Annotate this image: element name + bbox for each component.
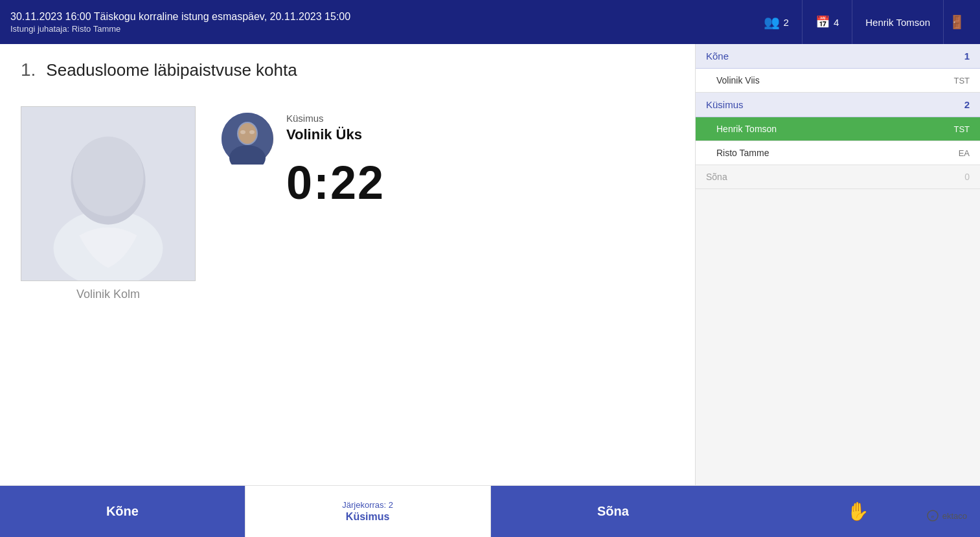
svg-text:e: e bbox=[931, 514, 934, 520]
sona-label: Sõna bbox=[706, 172, 727, 182]
sidebar-kysimus-header: Küsimus 2 bbox=[696, 93, 980, 117]
timer-display: 0:22 bbox=[286, 156, 385, 209]
exit-button[interactable]: 🚪 bbox=[943, 0, 970, 44]
agenda-number: 1. bbox=[21, 60, 36, 80]
sona-btn-label: Sõna bbox=[597, 504, 629, 519]
item-tag-henrik: TST bbox=[953, 124, 970, 134]
item-name-henrik: Henrik Tomson bbox=[716, 124, 777, 134]
item-tag-volinik-viis: TST bbox=[953, 76, 970, 86]
speaker-photo-box: Volinik Kolm bbox=[21, 106, 196, 301]
kone-label: Kõne bbox=[706, 51, 729, 62]
header-right: 👥 2 📅 4 Henrik Tomson 🚪 bbox=[751, 0, 970, 44]
svg-point-8 bbox=[240, 130, 245, 134]
speaker-details: Küsimus Volinik Üks 0:22 bbox=[286, 113, 385, 209]
username-label: Henrik Tomson bbox=[865, 17, 930, 28]
bottom-bar: Kõne Järjekorras: 2 Küsimus Sõna ✋ e ekt… bbox=[0, 485, 980, 537]
ektaco-text: ektaco bbox=[942, 511, 967, 521]
agenda-title: Seadusloome läbipaistvuse kohta bbox=[46, 60, 297, 80]
kysimus-label: Küsimus bbox=[706, 99, 744, 110]
kysimus-btn-label: Küsimus bbox=[346, 511, 390, 523]
item-tag-risto: EA bbox=[959, 148, 970, 158]
user-menu[interactable]: Henrik Tomson bbox=[852, 0, 943, 44]
kysimus-button[interactable]: Järjekorras: 2 Küsimus bbox=[245, 486, 491, 538]
header-left: 30.11.2023 16:00 Täiskogu korraline istu… bbox=[10, 11, 350, 34]
ektaco-brand: e ektaco bbox=[927, 510, 967, 521]
speaker-section: Volinik Kolm bbox=[21, 106, 674, 301]
calendar-count: 4 bbox=[834, 17, 839, 28]
speaker-type-label: Küsimus bbox=[286, 113, 385, 124]
ektaco-logo-icon: e bbox=[927, 510, 939, 521]
people-button[interactable]: 👥 2 bbox=[751, 0, 802, 44]
sona-count: 0 bbox=[964, 172, 970, 182]
active-speaker-name: Volinik Üks bbox=[286, 126, 385, 143]
people-count: 2 bbox=[784, 17, 789, 28]
kysimus-count: 2 bbox=[964, 99, 970, 110]
svg-point-9 bbox=[249, 130, 255, 134]
item-name-volinik-viis: Volinik Viis bbox=[716, 75, 760, 86]
sidebar: Kõne 1 Volinik Viis TST Küsimus 2 Henrik… bbox=[695, 44, 980, 485]
svg-point-3 bbox=[73, 137, 143, 216]
content-area: 1. Seadusloome läbipaistvuse kohta bbox=[0, 44, 695, 485]
people-icon: 👥 bbox=[764, 14, 780, 30]
sidebar-item-henrik[interactable]: Henrik Tomson TST bbox=[696, 117, 980, 141]
speaker-row: Küsimus Volinik Üks 0:22 bbox=[222, 113, 385, 209]
session-title: 30.11.2023 16:00 Täiskogu korraline istu… bbox=[10, 11, 350, 23]
speaker-photo bbox=[21, 106, 196, 281]
sidebar-sona-row: Sõna 0 bbox=[696, 165, 980, 189]
hand-icon: ✋ bbox=[847, 501, 869, 522]
silhouette-svg bbox=[21, 107, 195, 280]
kone-btn-label: Kõne bbox=[106, 504, 139, 519]
kysimus-btn-sublabel: Järjekorras: 2 bbox=[342, 500, 393, 510]
session-subtitle: Istungi juhataja: Risto Tamme bbox=[10, 24, 350, 34]
calendar-icon: 📅 bbox=[815, 15, 830, 29]
door-icon: 🚪 bbox=[949, 14, 965, 30]
item-name-risto: Risto Tamme bbox=[716, 148, 769, 158]
kone-count: 1 bbox=[964, 51, 970, 62]
kone-button[interactable]: Kõne bbox=[0, 486, 245, 538]
sidebar-kone-header: Kõne 1 bbox=[696, 44, 980, 69]
header: 30.11.2023 16:00 Täiskogu korraline istu… bbox=[0, 0, 980, 44]
sidebar-item-volinik-viis[interactable]: Volinik Viis TST bbox=[696, 69, 980, 93]
main-layout: 1. Seadusloome läbipaistvuse kohta bbox=[0, 44, 980, 485]
avatar bbox=[222, 113, 273, 165]
sona-button[interactable]: Sõna bbox=[491, 486, 736, 538]
speaker-name-below: Volinik Kolm bbox=[76, 288, 140, 301]
calendar-button[interactable]: 📅 4 bbox=[802, 0, 852, 44]
active-speaker-info: Küsimus Volinik Üks 0:22 bbox=[222, 106, 385, 209]
sidebar-item-risto[interactable]: Risto Tamme EA bbox=[696, 141, 980, 165]
